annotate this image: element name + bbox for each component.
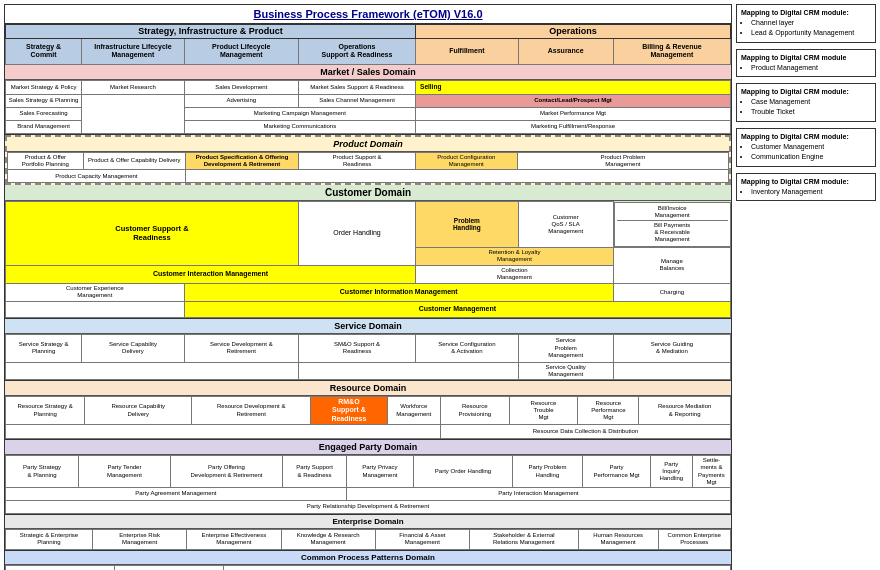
party-order-handling: Party Order Handling (414, 456, 513, 488)
so-support-cell: RM&OSupport &Readiness (311, 396, 387, 424)
empty3 (6, 301, 185, 317)
mapping-item-1-1: Lead & Opportunity Management (751, 28, 871, 38)
product-offer-planning: Product & OfferPortfolio Planning (8, 152, 84, 169)
mapping-list-1: Channel layer Lead & Opportunity Managem… (741, 18, 871, 38)
service-guiding: Service Guiding& Mediation (613, 334, 730, 362)
main-container: Business Process Framework (eTOM) V16.0 … (0, 0, 880, 570)
mapping-list-3: Case Management Trouble Ticket (741, 97, 871, 117)
service-domain-title: Service Domain (5, 319, 731, 334)
sales-channel: Sales Channel Management (298, 94, 415, 107)
resource-provisioning: ResourceProvisioning (440, 396, 509, 424)
ops-header: Operations (416, 25, 731, 39)
mapping-item-4-0: Customer Management (751, 142, 871, 152)
empty7 (6, 425, 441, 439)
market-performance: Market Performance Mgt (416, 107, 731, 120)
advertising: Advertising (184, 94, 298, 107)
empty1 (82, 94, 185, 133)
mapping-box-2: Mapping to Digital CRM module Product Ma… (736, 49, 876, 78)
party-tender: Party TenderManagement (79, 456, 171, 488)
common-domain-row: Common Process Patterns Domain Catalogin… (5, 551, 731, 570)
col-assurance: Assurance (518, 38, 613, 64)
product-spec: Product Specification & OfferingDevelopm… (185, 152, 299, 169)
service-config: Service Configuration& Activation (416, 334, 519, 362)
party-performance: PartyPerformance Mgt (583, 456, 651, 488)
common-enterprise: Common EnterpriseProcesses (658, 529, 731, 549)
market-research: Market Research (82, 80, 185, 94)
mapping-list-4: Customer Management Communication Engine (741, 142, 871, 162)
sales-development: Sales Development (184, 80, 298, 94)
human-resources: Human ResourcesManagement (578, 529, 658, 549)
resource-capability: Resource CapabilityDelivery (85, 396, 192, 424)
service-problem: ServiceProblemManagement (518, 334, 613, 362)
product-config-mgmt: Product ConfigurationManagement (415, 152, 517, 169)
product-capacity: Product Capacity Management (8, 170, 186, 183)
retention-loyalty: Retention & LoyaltyManagement (416, 247, 614, 265)
empty5 (298, 362, 518, 379)
problem-handling: ProblemHandling (416, 202, 519, 247)
empty6 (613, 362, 730, 379)
mapping-item-4-1: Communication Engine (751, 152, 871, 162)
mapping-item-3-1: Trouble Ticket (751, 107, 871, 117)
capacity-mgmt: Capacity Management (114, 565, 223, 570)
bill-invoice: Bill/InvoiceManagement (617, 204, 728, 221)
enterprise-domain-row: Enterprise Domain Strategic & Enterprise… (5, 515, 731, 551)
resource-domain-row: Resource Domain Resource Strategy &Plann… (5, 381, 731, 440)
resource-mediation: Resource Mediation& Reporting (639, 396, 731, 424)
engaged-domain-title: Engaged Party Domain (5, 440, 731, 455)
smo-support: SM&O Support &Readiness (298, 334, 415, 362)
col-product-lc: Product LifecycleManagement (184, 38, 298, 64)
market-strategy-policy: Market Strategy & Policy (6, 80, 82, 94)
party-settlements: Settle-ments &PaymentsMgt (692, 456, 730, 488)
col-billing: Billing & RevenueManagement (613, 38, 730, 64)
customer-info-mgmt: Customer Information Management (184, 283, 613, 301)
stakeholder: Stakeholder & ExternalRelations Manageme… (470, 529, 579, 549)
party-problem: Party ProblemHandling (512, 456, 582, 488)
mapping-title-2: Mapping to Digital CRM module (741, 54, 871, 61)
sales-forecasting: Sales Forecasting (6, 107, 82, 120)
mapping-item-1-0: Channel layer (751, 18, 871, 28)
financial-asset: Financial & AssetManagement (375, 529, 469, 549)
service-domain-row: Service Domain Service Strategy &Plannin… (5, 319, 731, 381)
customer-domain-row: Customer Domain Customer Support &Readin… (5, 185, 731, 318)
market-sales-support: Market Sales Support & Readiness (298, 80, 415, 94)
marketing-comms: Marketing Communications (184, 120, 415, 133)
product-domain-title: Product Domain (7, 137, 729, 152)
bill-payments: Bill Payments& ReceivableManagement (617, 221, 728, 245)
col-ops-support: OperationsSupport & Readiness (298, 38, 415, 64)
cataloging: Cataloging (6, 565, 115, 570)
marketing-fulfillment: Marketing Fulfillment/Response (416, 120, 731, 133)
enterprise-domain-title: Enterprise Domain (5, 515, 731, 529)
party-interaction: Party Interaction Management (346, 487, 730, 500)
selling-cell: Selling (416, 80, 731, 94)
mapping-item-2-0: Product Management (751, 63, 871, 73)
service-strategy: Service Strategy &Planning (6, 334, 82, 362)
col-infra: Infrastructure LifecycleManagement (82, 38, 185, 64)
order-handling: Order Handling (298, 202, 415, 265)
party-agreement: Party Agreement Management (6, 487, 347, 500)
engaged-domain-row: Engaged Party Domain Party Strate (5, 440, 731, 515)
col-strategy: Strategy &Commit (6, 38, 82, 64)
customer-experience: Customer ExperienceManagement (6, 283, 185, 301)
workforce-mgmt: WorkforceManagement (387, 396, 440, 424)
resource-performance: ResourcePerformanceMgt (578, 396, 639, 424)
contact-lead: Contact/Lead/Prospect Mgt (416, 94, 731, 107)
market-domain-title: Market / Sales Domain (5, 65, 731, 80)
mapping-item-5-0: Inventory Management (751, 187, 871, 197)
billing-payments-col: Bill/InvoiceManagement Bill Payments& Re… (614, 202, 731, 247)
mapping-title-5: Mapping to Digital CRM module: (741, 178, 871, 185)
mapping-list-2: Product Management (741, 63, 871, 73)
product-problem: Product ProblemManagement (517, 152, 728, 169)
party-ordering: Party OfferingDevelopment & Retirement (170, 456, 283, 488)
marketing-campaign: Marketing Campaign Management (184, 107, 415, 120)
framework-area: Business Process Framework (eTOM) V16.0 … (4, 4, 732, 570)
resource-domain-title: Resource Domain (5, 381, 731, 396)
enterprise-strategic: Strategic & EnterprisePlanning (6, 529, 93, 549)
mapping-box-5: Mapping to Digital CRM module: Inventory… (736, 173, 876, 202)
resource-dev: Resource Development &Retirement (192, 396, 311, 424)
customer-interaction: Customer Interaction Management (6, 265, 416, 283)
collection-mgmt: CollectionManagement (416, 265, 614, 283)
product-domain-row: Product Domain Product & OfferPortfolio … (5, 135, 731, 185)
resource-trouble: ResourceTroubleMgt (509, 396, 578, 424)
common-domain-title: Common Process Patterns Domain (5, 551, 731, 565)
charging: Charging (613, 283, 730, 301)
